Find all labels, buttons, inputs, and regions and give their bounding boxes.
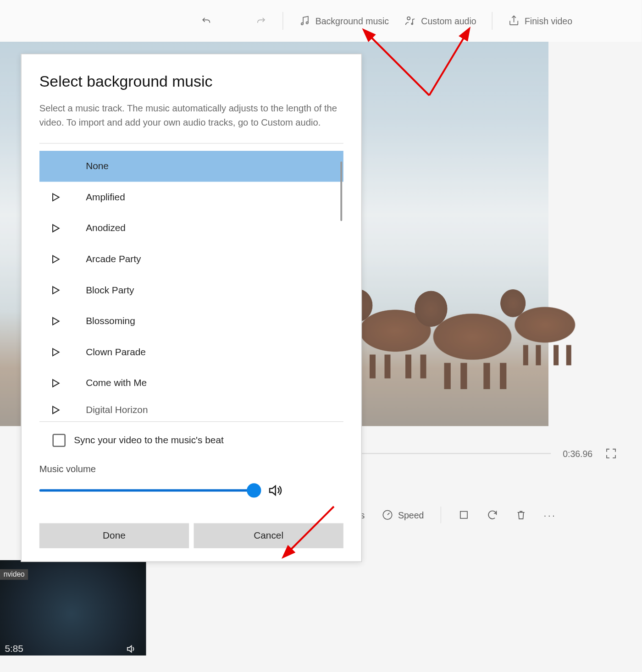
track-list[interactable]: None Amplified Anodized Arcade Party Blo…: [39, 151, 343, 421]
play-icon[interactable]: [50, 254, 61, 264]
dialog-title: Select background music: [39, 72, 343, 90]
done-label: Done: [103, 530, 126, 541]
play-icon[interactable]: [50, 316, 61, 326]
track-item[interactable]: Blossoming: [39, 306, 343, 337]
track-item[interactable]: Arcade Party: [39, 244, 343, 275]
track-label: Clown Parade: [86, 347, 146, 358]
crop-icon: [458, 509, 470, 521]
track-label: Blossoming: [86, 316, 135, 326]
track-label: None: [86, 161, 109, 171]
track-item[interactable]: Amplified: [39, 182, 343, 213]
delete-button[interactable]: [515, 509, 527, 521]
track-label: Digital Horizon: [86, 405, 148, 415]
done-button[interactable]: Done: [39, 523, 189, 548]
play-icon[interactable]: [50, 192, 61, 203]
svg-point-3: [412, 23, 413, 24]
svg-rect-5: [460, 512, 467, 518]
play-icon[interactable]: [50, 223, 61, 233]
play-icon[interactable]: [50, 285, 61, 295]
finish-video-button[interactable]: Finish video: [502, 11, 578, 31]
track-item[interactable]: Clown Parade: [39, 337, 343, 368]
track-label: Come with Me: [86, 378, 147, 388]
play-icon[interactable]: [50, 378, 61, 388]
track-label: Arcade Party: [86, 254, 141, 264]
cancel-label: Cancel: [254, 530, 283, 541]
undo-icon: [200, 15, 212, 27]
thumbnail-tag: nvideo: [0, 569, 28, 580]
svg-point-0: [301, 23, 303, 25]
play-icon[interactable]: [50, 347, 61, 358]
svg-point-2: [407, 17, 410, 20]
rotate-button[interactable]: [487, 509, 498, 521]
dialog-description: Select a music track. The music automati…: [39, 101, 343, 130]
thumbnail-time: 5:85: [5, 644, 23, 654]
track-item[interactable]: Block Party: [39, 275, 343, 306]
track-item[interactable]: Come with Me: [39, 368, 343, 399]
speed-label: Speed: [398, 510, 424, 520]
track-label: Block Party: [86, 285, 134, 295]
background-music-label: Background music: [315, 16, 389, 26]
undo-button[interactable]: [194, 11, 218, 31]
volume-slider-thumb[interactable]: [247, 483, 261, 497]
crop-button[interactable]: [458, 509, 470, 521]
volume-label: Music volume: [39, 463, 343, 474]
thumbnail-volume-icon[interactable]: [125, 644, 136, 657]
custom-audio-label: Custom audio: [421, 16, 476, 26]
speaker-icon[interactable]: [267, 483, 282, 498]
cancel-button[interactable]: Cancel: [194, 523, 343, 548]
track-item-none[interactable]: None: [39, 151, 343, 182]
trash-icon: [515, 509, 527, 521]
track-item[interactable]: Anodized: [39, 213, 343, 244]
custom-audio-button[interactable]: Custom audio: [398, 11, 482, 31]
track-label: Anodized: [86, 223, 126, 233]
duration-label: 0:36.96: [563, 448, 592, 458]
person-music-icon: [404, 15, 416, 27]
play-icon[interactable]: [50, 405, 61, 415]
rotate-icon: [487, 509, 498, 521]
volume-slider[interactable]: [39, 489, 254, 491]
sync-label: Sync your video to the music's beat: [74, 435, 224, 446]
background-music-dialog: Select background music Select a music t…: [21, 54, 362, 562]
speed-button[interactable]: Speed: [382, 509, 424, 521]
scrollbar-thumb[interactable]: [340, 161, 342, 221]
finish-video-label: Finish video: [525, 16, 572, 26]
clip-toolbar: ilters Speed ···: [346, 507, 557, 523]
redo-button[interactable]: [249, 11, 273, 31]
redo-icon: [255, 15, 267, 27]
track-label: Amplified: [86, 192, 125, 203]
fullscreen-icon[interactable]: [604, 447, 618, 460]
speed-icon: [382, 509, 393, 521]
background-music-button[interactable]: Background music: [293, 11, 395, 31]
sync-checkbox[interactable]: [52, 434, 66, 447]
music-note-icon: [299, 15, 310, 27]
more-button[interactable]: ···: [544, 510, 557, 520]
svg-point-1: [306, 22, 308, 24]
track-item[interactable]: Digital Horizon: [39, 399, 343, 421]
share-icon: [508, 15, 520, 27]
top-toolbar: Background music Custom audio Finish vid…: [0, 0, 642, 42]
